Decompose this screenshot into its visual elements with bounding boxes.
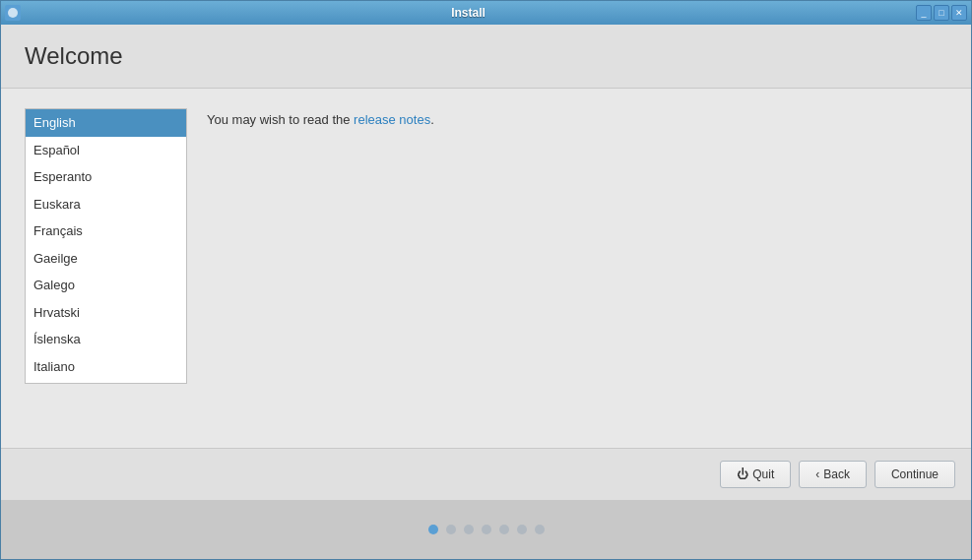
progress-dot [499,525,509,534]
progress-dot [446,525,456,534]
maximize-button[interactable]: □ [934,5,949,21]
quit-icon: ⏻ [737,467,748,481]
minimize-button[interactable]: _ [916,5,932,21]
progress-dot [535,525,545,534]
continue-label: Continue [891,467,939,481]
footer-section [1,500,971,559]
titlebar: Install _ □ ✕ [1,1,971,25]
header-section: Welcome [1,25,971,89]
quit-label: Quit [752,467,774,481]
language-item[interactable]: Español [26,137,186,164]
language-item[interactable]: Esperanto [26,163,186,191]
language-item[interactable]: Íslenska [26,326,186,353]
svg-point-0 [8,8,18,18]
bottom-bar: ⏻ Quit ‹ Back Continue [1,448,971,500]
progress-dot [517,525,527,534]
language-item[interactable]: Galego [26,272,186,299]
page-title: Welcome [25,42,947,70]
back-button[interactable]: ‹ Back [799,461,867,488]
language-item[interactable]: Euskara [26,191,186,218]
progress-dot [482,525,491,534]
quit-button[interactable]: ⏻ Quit [720,461,791,488]
back-icon: ‹ [815,467,819,481]
close-button[interactable]: ✕ [951,5,967,21]
language-item[interactable]: Hrvatski [26,299,186,327]
release-notes-link[interactable]: release notes [354,112,430,127]
window-icon [5,5,21,21]
content-area: Welcome EnglishEspañolEsperantoEuskaraFr… [1,25,971,448]
language-list-container: EnglishEspañolEsperantoEuskaraFrançaisGa… [25,108,187,428]
language-item[interactable]: English [26,109,186,137]
language-item[interactable]: Gaeilge [26,245,186,273]
welcome-text-before: You may wish to read the [207,112,354,127]
welcome-text-after: . [430,112,434,127]
language-list[interactable]: EnglishEspañolEsperantoEuskaraFrançaisGa… [25,108,187,384]
progress-dot [428,525,438,534]
continue-button[interactable]: Continue [875,461,955,488]
back-label: Back [823,467,850,481]
main-window: Install _ □ ✕ Welcome EnglishEspañolEspe… [0,0,972,560]
progress-dot [464,525,474,534]
language-item[interactable]: Italiano [26,353,186,381]
window-title: Install [21,6,916,20]
progress-dots [428,525,545,534]
main-section: EnglishEspañolEsperantoEuskaraFrançaisGa… [1,89,971,448]
window-controls: _ □ ✕ [916,5,967,21]
language-item[interactable]: Français [26,218,186,245]
right-section: You may wish to read the release notes. [207,108,947,428]
language-item[interactable]: Kurdî [26,380,186,384]
